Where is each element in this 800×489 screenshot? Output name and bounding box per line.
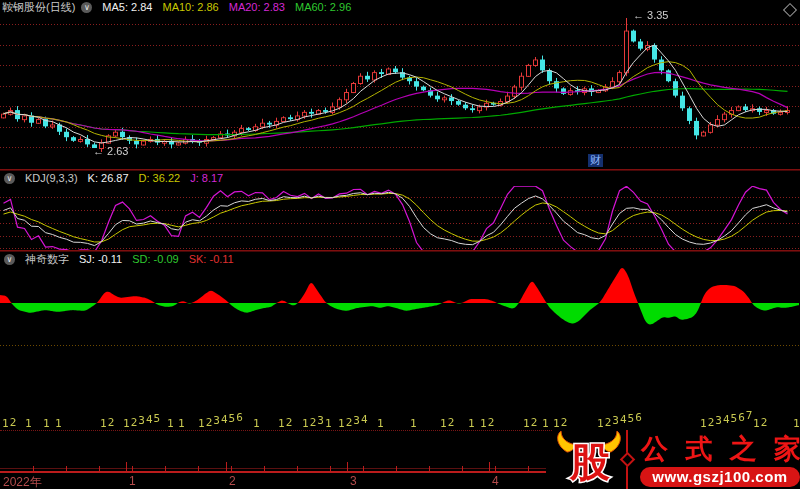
minor-tick <box>495 466 496 471</box>
magic-title[interactable]: 神奇数字 <box>25 252 69 266</box>
count-number-group: 12 <box>2 417 17 430</box>
minor-tick <box>462 466 463 471</box>
kdj-chart[interactable] <box>0 186 800 250</box>
site-name-char: 公 <box>641 431 668 467</box>
time-axis-line[interactable] <box>0 471 546 473</box>
kdj-title[interactable]: KDJ(9,3,3) <box>25 171 78 185</box>
site-name-char: 式 <box>685 431 712 467</box>
collapse-main-chevron-icon[interactable]: ∨ <box>81 2 92 13</box>
count-number-group: 1 <box>178 417 186 430</box>
minor-tick <box>264 466 265 471</box>
ma10-stat: MA10: 2.86 <box>162 0 218 14</box>
stock-terminal-window: 鞍钢股份(日线) ∨ MA5: 2.84 MA10: 2.86 MA20: 2.… <box>0 0 800 489</box>
minor-tick <box>363 466 364 471</box>
kdj-j-stat: J: 8.17 <box>190 171 223 185</box>
collapse-magic-chevron-icon[interactable]: ∨ <box>4 254 15 265</box>
count-number-group: 1 <box>793 417 800 430</box>
month-tick <box>347 462 348 471</box>
minor-tick <box>396 466 397 471</box>
count-number-group: 12 <box>278 417 293 430</box>
year-label: 2022年 <box>3 474 42 489</box>
svg-text:股: 股 <box>569 440 610 485</box>
kdj-header: ∨ KDJ(9,3,3) K: 26.87 D: 36.22 J: 8.17 <box>0 171 800 185</box>
ma60-stat: MA60: 2.96 <box>295 0 351 14</box>
bottom-dotted-gridline <box>0 430 552 431</box>
month-label: 3 <box>350 474 357 488</box>
count-number-group: 12 <box>480 417 495 430</box>
minor-tick <box>429 466 430 471</box>
time-axis-upper-line <box>0 468 546 469</box>
month-label: 2 <box>229 474 236 488</box>
news-marker-cai[interactable]: 财 <box>588 154 603 167</box>
count-number-group: 1234567 <box>700 417 753 430</box>
stock-title[interactable]: 鞍钢股份(日线) <box>2 0 75 14</box>
count-number-group: 12 <box>553 417 568 430</box>
minor-tick <box>165 466 166 471</box>
count-number-group: 1 <box>167 417 175 430</box>
count-number-group: 1234 <box>338 417 369 430</box>
site-name-char: 之 <box>730 431 757 467</box>
site-name: 公式之家 <box>641 431 800 467</box>
count-number-group: 1 <box>55 417 63 430</box>
site-url-badge: www.gszj100.com <box>640 467 800 487</box>
month-tick <box>226 462 227 471</box>
minor-tick <box>99 466 100 471</box>
count-number-group: 1 <box>25 417 33 430</box>
minor-tick <box>33 466 34 471</box>
count-number-group: 1 <box>253 417 261 430</box>
collapse-kdj-chevron-icon[interactable]: ∨ <box>4 173 15 184</box>
magic-sj-stat: SJ: -0.11 <box>79 252 122 266</box>
count-number-group: 123456 <box>597 417 643 430</box>
month-label: 1 <box>129 474 136 488</box>
ma5-stat: MA5: 2.84 <box>102 0 152 14</box>
magic-numbers-chart[interactable] <box>0 265 800 415</box>
gszj-watermark-logo: 股 公式之家 www.gszj100.com <box>545 430 800 489</box>
count-number-group: 12 <box>753 417 768 430</box>
count-number-group: 1 <box>410 417 418 430</box>
magic-sd-stat: SD: -0.09 <box>132 252 178 266</box>
count-number-group: 1 <box>377 417 385 430</box>
minor-tick <box>66 466 67 471</box>
magic-header: ∨ 神奇数字 SJ: -0.11 SD: -0.09 SK: -0.11 <box>0 252 800 266</box>
count-number-group: 1 <box>542 417 550 430</box>
minor-tick <box>528 466 529 471</box>
minor-tick <box>132 466 133 471</box>
month-tick <box>126 462 127 471</box>
count-number-group: 12 <box>440 417 455 430</box>
site-name-char: 家 <box>774 431 800 467</box>
count-number-group: 123 <box>302 417 325 430</box>
count-number-group: 12 <box>100 417 115 430</box>
count-number-group: 1 <box>468 417 476 430</box>
minor-tick <box>231 466 232 471</box>
count-number-group: 1 <box>43 417 51 430</box>
minor-tick <box>198 466 199 471</box>
magic-sk-stat: SK: -0.11 <box>189 252 234 266</box>
minor-tick <box>297 466 298 471</box>
count-number-group: 12345 <box>123 417 161 430</box>
month-label: 4 <box>492 474 499 488</box>
minor-tick <box>330 466 331 471</box>
count-number-group: 12 <box>523 417 538 430</box>
low-price-label: ← 2.63 <box>93 145 128 157</box>
kdj-k-stat: K: 26.87 <box>88 171 129 185</box>
kdj-d-stat: D: 36.22 <box>139 171 181 185</box>
count-number-group: 1 <box>325 417 333 430</box>
main-chart-header: 鞍钢股份(日线) ∨ MA5: 2.84 MA10: 2.86 MA20: 2.… <box>0 0 800 14</box>
high-price-label: ← 3.35 <box>633 9 668 21</box>
month-tick <box>489 462 490 471</box>
ma20-stat: MA20: 2.83 <box>229 0 285 14</box>
count-number-group: 123456 <box>198 417 244 430</box>
